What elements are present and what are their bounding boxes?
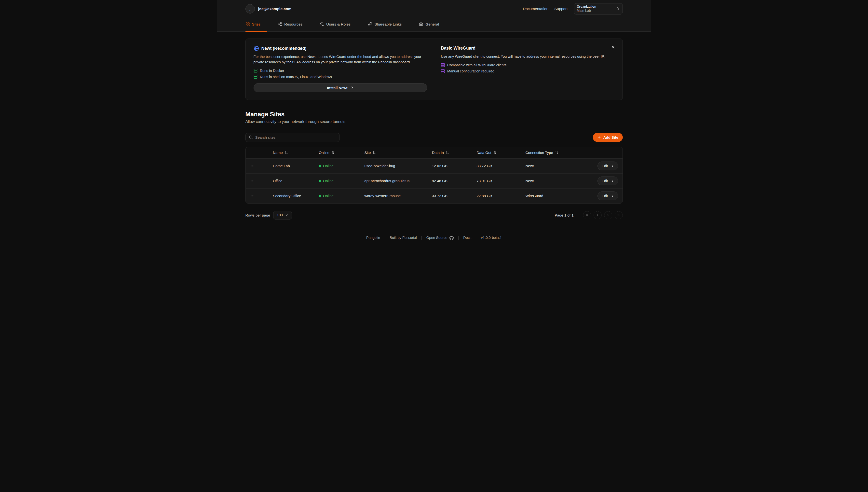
footer-docs-link[interactable]: Docs <box>463 236 471 240</box>
table-header-row: Name Online Site Data In Data Out <box>246 147 622 158</box>
documentation-link[interactable]: Documentation <box>523 7 548 11</box>
search-input[interactable] <box>255 135 336 140</box>
sort-icon <box>555 151 558 154</box>
gear-icon <box>419 22 423 26</box>
grid-icon <box>246 22 250 26</box>
server-icon <box>441 69 445 73</box>
chevron-right-icon <box>606 213 610 217</box>
tab-sites[interactable]: Sites <box>246 18 267 32</box>
table-footer: Rows per page 100 Page 1 of 1 <box>246 211 623 220</box>
tab-label: Users & Roles <box>326 22 350 26</box>
manage-sites-header: Manage Sites Allow connectivity to your … <box>246 111 623 124</box>
column-label: Data Out <box>477 150 492 155</box>
newt-title: Newt (Recommended) <box>262 46 306 51</box>
add-site-button[interactable]: Add Site <box>593 133 623 142</box>
first-page-button[interactable] <box>583 211 591 219</box>
tabs-bar: Sites Resources Users & Roles Shareable … <box>217 18 651 32</box>
table-row: Home Lab Online used-boxelder-bug 12.02 … <box>246 158 622 173</box>
wireguard-feature: Compatible with all WireGuard clients <box>441 63 615 67</box>
wireguard-description: Use any WireGuard client to connect. You… <box>441 54 615 59</box>
newt-description: For the best user experience, use Newt. … <box>254 54 427 65</box>
status-label: Online <box>323 164 333 168</box>
avatar[interactable]: j <box>246 4 255 14</box>
edit-button[interactable]: Edit <box>597 176 618 186</box>
arrow-right-icon <box>610 179 614 183</box>
close-card-button[interactable] <box>610 44 617 51</box>
footer-open-source-link[interactable]: Open Source <box>426 236 454 240</box>
tab-users-roles[interactable]: Users & Roles <box>313 18 357 32</box>
org-picker[interactable]: Organization Main Lab <box>574 3 623 15</box>
github-icon <box>449 236 454 240</box>
main-content: Newt (Recommended) For the best user exp… <box>246 39 623 220</box>
users-icon <box>320 22 324 26</box>
ellipsis-icon <box>250 179 255 183</box>
sort-icon <box>373 151 376 154</box>
column-label: Online <box>319 150 329 155</box>
server-icon <box>254 75 257 79</box>
tab-label: Sites <box>252 22 261 26</box>
status-badge: Online <box>319 179 365 183</box>
status-dot <box>319 195 321 197</box>
pagination-buttons <box>583 211 623 219</box>
edit-button[interactable]: Edit <box>597 192 618 200</box>
status-label: Online <box>323 194 333 198</box>
next-page-button[interactable] <box>604 211 612 219</box>
sort-icon <box>331 151 334 154</box>
connection-type-value: WireGuard <box>525 194 586 198</box>
chevrons-up-down-icon <box>616 7 620 11</box>
status-badge: Online <box>319 194 365 198</box>
tab-resources[interactable]: Resources <box>271 18 309 32</box>
footer-divider <box>385 236 385 240</box>
status-dot <box>319 180 321 182</box>
user-menu[interactable]: j joe@example.com <box>246 4 292 14</box>
avatar-initial: j <box>250 7 250 11</box>
rows-per-page-select[interactable]: 100 <box>273 211 292 220</box>
data-in-value: 33.72 GB <box>432 194 477 198</box>
wireguard-feature-label: Manual configuration required <box>447 69 494 73</box>
column-header-data-in[interactable]: Data In <box>432 150 477 155</box>
wireguard-title-row: Basic WireGuard <box>441 46 615 51</box>
column-header-connection-type[interactable]: Connection Type <box>525 150 586 155</box>
tab-shareable-links[interactable]: Shareable Links <box>361 18 408 32</box>
close-icon <box>611 45 615 49</box>
pagination: Page 1 of 1 <box>555 211 623 219</box>
tab-general[interactable]: General <box>413 18 445 32</box>
ellipsis-icon <box>250 164 255 168</box>
site-name: Secondary Office <box>273 194 319 198</box>
user-email: joe@example.com <box>258 7 292 11</box>
column-header-site[interactable]: Site <box>365 150 432 155</box>
top-header: j joe@example.com Documentation Support … <box>217 0 651 32</box>
last-page-button[interactable] <box>615 211 623 219</box>
tab-label: Resources <box>284 22 302 26</box>
table-row: Secondary Office Online wordy-western-mo… <box>246 188 622 203</box>
row-menu-button[interactable] <box>249 177 256 185</box>
row-menu-button[interactable] <box>249 162 256 170</box>
site-name: Office <box>273 179 319 183</box>
install-newt-button[interactable]: Install Newt <box>254 83 427 92</box>
status-label: Online <box>323 179 333 183</box>
install-newt-label: Install Newt <box>327 86 347 90</box>
pangolin-dashboard: j joe@example.com Documentation Support … <box>217 0 651 246</box>
sort-icon <box>285 151 288 154</box>
search-box[interactable] <box>246 133 340 142</box>
search-icon <box>249 135 253 139</box>
edit-button[interactable]: Edit <box>597 162 618 170</box>
share-nodes-icon <box>278 22 282 26</box>
link-icon <box>368 22 372 26</box>
rows-per-page-value: 100 <box>277 213 282 217</box>
ellipsis-icon <box>250 194 255 198</box>
support-link[interactable]: Support <box>554 7 568 11</box>
globe-icon <box>254 46 259 51</box>
column-header-online[interactable]: Online <box>319 150 365 155</box>
column-header-data-out[interactable]: Data Out <box>477 150 525 155</box>
chevron-left-icon <box>596 213 599 217</box>
edit-label: Edit <box>602 179 608 183</box>
previous-page-button[interactable] <box>594 211 602 219</box>
column-label: Data In <box>432 150 444 155</box>
newt-feature-label: Runs in shell on macOS, Linux, and Windo… <box>260 75 332 79</box>
row-menu-button[interactable] <box>249 192 256 200</box>
column-header-name[interactable]: Name <box>273 150 319 155</box>
page-status: Page 1 of 1 <box>555 213 574 217</box>
sites-table: Name Online Site Data In Data Out <box>246 147 623 203</box>
status-dot <box>319 165 321 167</box>
